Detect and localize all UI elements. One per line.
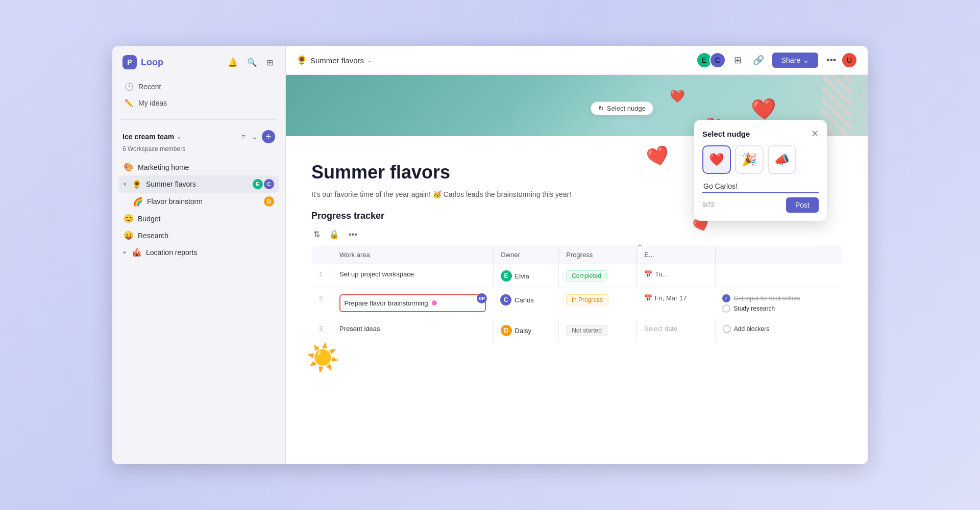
row-1-date-text: Tu...: [655, 270, 668, 278]
layout-button[interactable]: ⊞: [264, 56, 275, 69]
avatar-2: C: [264, 179, 274, 189]
research-label: Research: [138, 232, 274, 240]
sidebar-item-recent[interactable]: 🕐 Recent: [118, 79, 279, 95]
calendar-icon: 📅: [644, 270, 652, 278]
summer-flavors-label: Summer flavors: [146, 180, 249, 188]
row-2-status-badge: In Progress: [566, 294, 608, 305]
nudge-rotate-icon: ↻: [598, 105, 604, 112]
filter-button[interactable]: 🔒: [327, 227, 341, 241]
nudge-char-count: 9/72: [702, 201, 714, 209]
row-1-progress: Completed: [559, 264, 637, 288]
sidebar-nav: 🕐 Recent ✏️ My ideas: [112, 74, 285, 115]
notifications-button[interactable]: 🔔: [226, 56, 240, 69]
row-3-date-text: Select date: [644, 325, 677, 333]
nudge-popup-header: Select nudge ✕: [702, 128, 819, 139]
workspace-chevron-icon: ⌄: [177, 134, 181, 140]
nudge-close-button[interactable]: ✕: [811, 128, 819, 139]
col-work-area: Work area: [332, 246, 494, 264]
task-3-label: Add blockers: [734, 325, 769, 333]
clock-icon: 🕐: [125, 83, 133, 91]
col-work-area-label: Work area: [339, 251, 370, 259]
flavor-brainstorm-avatar: D: [264, 196, 274, 207]
marketing-home-icon: 🎨: [124, 162, 134, 172]
row-1-status-badge: Completed: [566, 270, 607, 282]
sort-button[interactable]: ⇅: [311, 227, 322, 241]
edit-icon: ✏️: [125, 99, 133, 107]
task-3-check: [723, 325, 731, 333]
share-chevron-icon: ⌄: [803, 56, 809, 64]
page-content: ☀️ ❤️ ❤️ ❤️ ❤️ ❤️ ❤️ ❤️ ❤️ ❤️ ❤️ ↻: [286, 75, 868, 464]
row-2-num: 2: [319, 294, 323, 302]
pink-dot: [432, 300, 437, 305]
share-button[interactable]: Share ⌄: [772, 53, 818, 68]
row-3-work-area-text: Present ideas: [339, 325, 380, 333]
topbar-title-area: 🌻 Summer flavors ⌄: [296, 55, 694, 66]
topbar-user-avatar: U: [841, 52, 857, 68]
sidebar-divider: [120, 119, 277, 120]
flavor-brainstorm-label: Flavor brainstorm: [147, 197, 260, 206]
calendar-icon-2: 📅: [644, 294, 652, 302]
row-1-owner-name: Elvia: [515, 272, 529, 280]
sidebar-item-location-reports[interactable]: ▸ 🎪 Location reports: [118, 244, 279, 261]
sidebar-item-my-ideas-label: My ideas: [138, 99, 167, 107]
nudge-emoji-heart[interactable]: ❤️: [702, 145, 731, 174]
more-button[interactable]: •••: [347, 228, 359, 241]
more-options-button[interactable]: •••: [823, 53, 839, 68]
topbar-chevron-icon: ⌄: [367, 57, 372, 64]
copy-link-button[interactable]: 🔗: [750, 53, 767, 68]
row-1-owner-avatar: E: [501, 270, 512, 282]
sidebar-tree: 🎨 Marketing home ▾ 🌻 Summer flavors E C …: [112, 157, 285, 464]
carlos-badge: DP: [477, 293, 487, 303]
col-progress-label: Progress: [566, 251, 593, 259]
budget-label: Budget: [138, 215, 274, 223]
location-reports-label: Location reports: [146, 248, 274, 257]
row-2-owner: C Carlos: [493, 288, 559, 319]
row-1-work-area: Set up project workspace: [332, 264, 494, 288]
row-1-date: 📅 Tu...: [637, 264, 716, 288]
topbar-actions: ⊞ 🔗 Share ⌄ ••• U: [731, 52, 857, 68]
apps-button[interactable]: ⊞: [731, 53, 745, 68]
sidebar-item-flavor-brainstorm[interactable]: 🌈 Flavor brainstorm D: [118, 193, 279, 210]
workspace-sort-button[interactable]: ≡: [239, 131, 248, 143]
app-name: Loop: [141, 57, 163, 68]
col-progress: Progress: [559, 246, 637, 264]
nudge-emojis: ❤️ 🎉 📣: [702, 145, 819, 174]
sidebar-item-my-ideas[interactable]: ✏️ My ideas: [118, 95, 279, 111]
row-2-owner-name: Carlos: [514, 296, 534, 304]
row-1-num: 1: [319, 270, 323, 278]
row-2-date-text: Fri, Mar 17: [655, 294, 687, 302]
sidebar-item-summer-flavors[interactable]: ▾ 🌻 Summer flavors E C: [118, 175, 279, 193]
sidebar-item-budget[interactable]: 😊 Budget: [118, 210, 279, 227]
tracker-toolbar: ⇅ 🔒 •••: [311, 227, 842, 241]
row-2-owner-avatar: C: [500, 294, 511, 305]
row-3-date: Select date: [637, 319, 716, 343]
nudge-emoji-party[interactable]: 🎉: [735, 145, 764, 174]
nudge-post-button[interactable]: Post: [786, 197, 819, 213]
row-3-owner-name: Daisy: [515, 327, 532, 335]
topbar-emoji: 🌻: [296, 55, 307, 66]
workspace-title: Ice cream team ⌄: [122, 133, 181, 141]
workspace-add-button[interactable]: +: [262, 130, 275, 143]
nudge-emoji-megaphone[interactable]: 📣: [768, 145, 796, 174]
row-3-num: 3: [319, 325, 323, 333]
nudge-trigger-label: Select nudge: [607, 105, 646, 112]
task-2-check: [722, 304, 730, 313]
row-1-work-area-text: Set up project workspace: [339, 270, 414, 278]
row-2-tasks: ✓ Get input for best sellers Study resea…: [715, 288, 842, 319]
nudge-trigger[interactable]: ↻ Select nudge: [591, 101, 653, 115]
sidebar-item-marketing-home[interactable]: 🎨 Marketing home: [118, 159, 279, 175]
row-3-owner-avatar: D: [501, 325, 512, 336]
workspace-name: Ice cream team: [122, 133, 174, 141]
row-3-work-area: Present ideas: [332, 319, 494, 343]
topbar-avatar-carlos: C: [709, 52, 726, 68]
workspace-actions: ≡ ⌄ +: [239, 130, 275, 143]
row-3-status-badge: Not started: [566, 325, 607, 336]
sidebar: P Loop 🔔 🔍 ⊞ 🕐 Recent ✏️ My ideas Ice cr…: [112, 46, 286, 464]
table-row-1: 1 Set up project workspace E Elvia: [312, 264, 842, 288]
flavor-brainstorm-icon: 🌈: [133, 197, 143, 207]
search-button[interactable]: 🔍: [245, 56, 259, 69]
workspace-header: Ice cream team ⌄ ≡ ⌄ +: [112, 124, 285, 145]
nudge-message-input[interactable]: [702, 180, 819, 193]
workspace-chevron-button[interactable]: ⌄: [250, 131, 260, 143]
sidebar-item-research[interactable]: 😛 Research: [118, 227, 279, 244]
